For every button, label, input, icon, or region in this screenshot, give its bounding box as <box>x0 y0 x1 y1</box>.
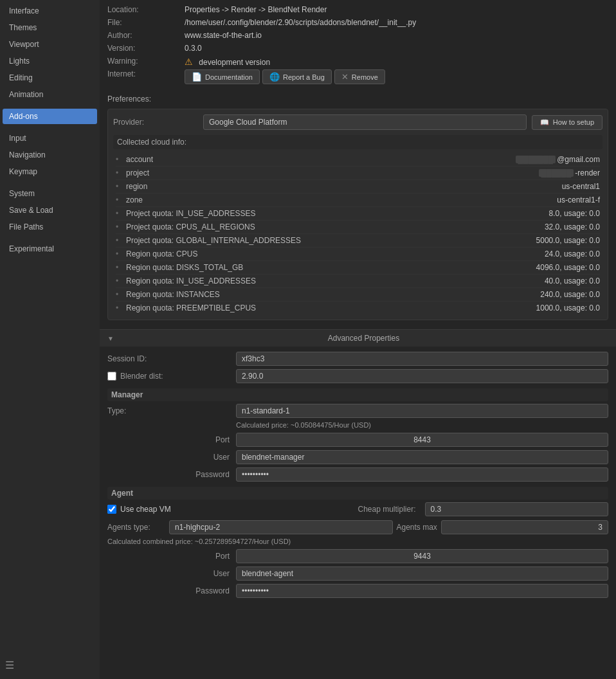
sidebar-item-add-ons[interactable]: Add-ons <box>3 109 97 124</box>
sidebar-item-label: Save & Load <box>9 206 53 215</box>
location-label: Location: <box>107 5 185 14</box>
documentation-button[interactable]: 📄 Documentation <box>185 69 260 84</box>
use-cheap-vm-label: Use cheap VM <box>120 505 171 514</box>
sidebar-item-keymap[interactable]: Keymap <box>3 164 97 179</box>
cloud-info-item: •Project quota: CPUS_ALL_REGIONS32.0, us… <box>116 221 600 234</box>
cloud-info-value: us-central1 <box>562 182 600 191</box>
cloud-info-item: •Region quota: INSTANCES240.0, usage: 0.… <box>116 288 600 302</box>
sidebar-item-label: Navigation <box>9 150 46 159</box>
sidebar-item-animation[interactable]: Animation <box>3 87 97 102</box>
cloud-info-value: ██████-render <box>539 168 600 177</box>
cloud-info-value: 240.0, usage: 0.0 <box>540 290 600 299</box>
location-value: Properties -> Render -> BlendNet Render <box>185 5 608 14</box>
calc-combined-price: Calculated combined price: ~0.2572895947… <box>107 538 608 545</box>
manager-user-input[interactable] <box>236 450 608 464</box>
manager-port-input[interactable] <box>236 433 608 447</box>
sidebar-item-label: Keymap <box>9 167 37 176</box>
cloud-info-value: 5000.0, usage: 0.0 <box>536 236 600 245</box>
cloud-info-item: •Project quota: GLOBAL_INTERNAL_ADDRESSE… <box>116 234 600 248</box>
sidebar-item-label: System <box>9 189 35 198</box>
sidebar-item-label: Interface <box>9 6 39 15</box>
sidebar-item-interface[interactable]: Interface <box>3 3 97 19</box>
sidebar-item-label: Themes <box>9 23 37 32</box>
agents-type-label: Agents type: <box>107 523 165 532</box>
internet-label: Internet: <box>107 69 185 78</box>
blender-dist-select[interactable]: 2.90.0 <box>236 369 608 383</box>
manager-password-input[interactable] <box>236 467 608 482</box>
sidebar-item-experimental[interactable]: Experimental <box>3 241 97 257</box>
cloud-info-key: Region quota: CPUS <box>126 249 545 258</box>
cheap-multiplier-select[interactable]: 0.3 <box>425 502 608 516</box>
use-cheap-vm-row: Use cheap VM Cheap multiplier: 0.3 <box>107 502 608 516</box>
warning-icon: ⚠ <box>185 57 193 67</box>
internet-row: Internet: 📄 Documentation 🌐 Report a Bug… <box>107 68 608 86</box>
agents-max-input[interactable] <box>441 520 608 534</box>
manager-password-row: Password <box>107 467 608 482</box>
provider-select-wrap: Google Cloud Platform <box>203 114 527 130</box>
cloud-info-title: Collected cloud info: <box>113 135 602 149</box>
sidebar-item-viewport[interactable]: Viewport <box>3 37 97 52</box>
cloud-info-key: Region quota: IN_USE_ADDRESSES <box>126 276 545 285</box>
sidebar-item-label: Viewport <box>9 40 39 49</box>
sidebar-item-input[interactable]: Input <box>3 131 97 146</box>
chevron-down-icon: ▼ <box>107 335 114 342</box>
sidebar-item-lights[interactable]: Lights <box>3 53 97 69</box>
cloud-info-item: •regionus-central1 <box>116 180 600 194</box>
cloud-info-key: Region quota: INSTANCES <box>126 290 540 299</box>
agents-max-wrap: Agents max <box>397 520 609 534</box>
sidebar-item-label: Experimental <box>9 244 54 253</box>
provider-select[interactable]: Google Cloud Platform <box>203 114 527 130</box>
file-row: File: /home/user/.config/blender/2.90/sc… <box>107 17 608 30</box>
agents-max-label: Agents max <box>397 523 437 532</box>
help-icon: 📖 <box>540 118 549 127</box>
manager-user-row: User <box>107 450 608 464</box>
sidebar-item-label: Animation <box>9 90 43 99</box>
remove-button[interactable]: ✕ Remove <box>334 69 385 84</box>
version-row: Version: 0.3.0 <box>107 42 608 55</box>
blender-dist-label: Blender dist: <box>120 372 163 381</box>
close-icon: ✕ <box>341 72 349 82</box>
agent-password-row: Password <box>107 584 608 598</box>
manager-type-select[interactable]: n1-standard-1 <box>236 404 608 418</box>
menu-icon[interactable]: ☰ <box>5 660 14 671</box>
cloud-info-key: Project quota: IN_USE_ADDRESSES <box>126 209 549 218</box>
preferences-card: Provider: Google Cloud Platform 📖 How to… <box>107 109 608 320</box>
sidebar-item-label: Lights <box>9 57 30 66</box>
preferences-section: Preferences: Provider: Google Cloud Plat… <box>100 89 616 329</box>
advanced-header[interactable]: ▼ Advanced Properties <box>100 329 616 347</box>
sidebar-item-file-paths[interactable]: File Paths <box>3 219 97 235</box>
sidebar-item-editing[interactable]: Editing <box>3 70 97 86</box>
cloud-info-key: Project quota: CPUS_ALL_REGIONS <box>126 222 545 231</box>
advanced-content: Session ID: Blender dist: 2.90.0 Manager… <box>100 347 616 606</box>
sidebar: Interface Themes Viewport Lights Editing… <box>0 0 100 679</box>
internet-buttons: 📄 Documentation 🌐 Report a Bug ✕ Remove <box>185 69 608 84</box>
manager-section-header: Manager <box>107 388 608 401</box>
cloud-info-item: •zoneus-central1-f <box>116 194 600 207</box>
sidebar-item-save-load[interactable]: Save & Load <box>3 203 97 218</box>
cloud-info-key: zone <box>126 195 557 204</box>
preferences-title: Preferences: <box>107 95 608 104</box>
document-icon: 📄 <box>192 72 202 82</box>
sidebar-item-navigation[interactable]: Navigation <box>3 147 97 163</box>
agent-user-input[interactable] <box>236 566 608 581</box>
agent-password-input[interactable] <box>236 584 608 598</box>
how-to-setup-button[interactable]: 📖 How to setup <box>532 115 602 130</box>
blender-dist-checkbox[interactable] <box>107 372 116 381</box>
use-cheap-vm-checkbox[interactable] <box>107 505 116 514</box>
location-row: Location: Properties -> Render -> BlendN… <box>107 4 608 17</box>
session-id-input[interactable] <box>236 352 608 366</box>
cloud-info-key: region <box>126 182 562 191</box>
blender-dist-row: Blender dist: 2.90.0 <box>107 369 608 383</box>
warning-row: Warning: ⚠ development version <box>107 55 608 68</box>
provider-row: Provider: Google Cloud Platform 📖 How to… <box>113 114 602 130</box>
sidebar-item-label: Editing <box>9 73 33 82</box>
agents-type-select[interactable]: n1-highcpu-2 <box>169 520 393 534</box>
provider-label: Provider: <box>113 118 203 127</box>
sidebar-item-system[interactable]: System <box>3 186 97 201</box>
sidebar-item-themes[interactable]: Themes <box>3 20 97 35</box>
report-bug-button[interactable]: 🌐 Report a Bug <box>262 69 332 84</box>
agent-port-row: Port <box>107 549 608 563</box>
cloud-info-item: •Region quota: PREEMPTIBLE_CPUS1000.0, u… <box>116 302 600 314</box>
agent-port-input[interactable] <box>236 549 608 563</box>
cloud-info-list: •account███████@gmail.com•project██████-… <box>113 153 602 314</box>
